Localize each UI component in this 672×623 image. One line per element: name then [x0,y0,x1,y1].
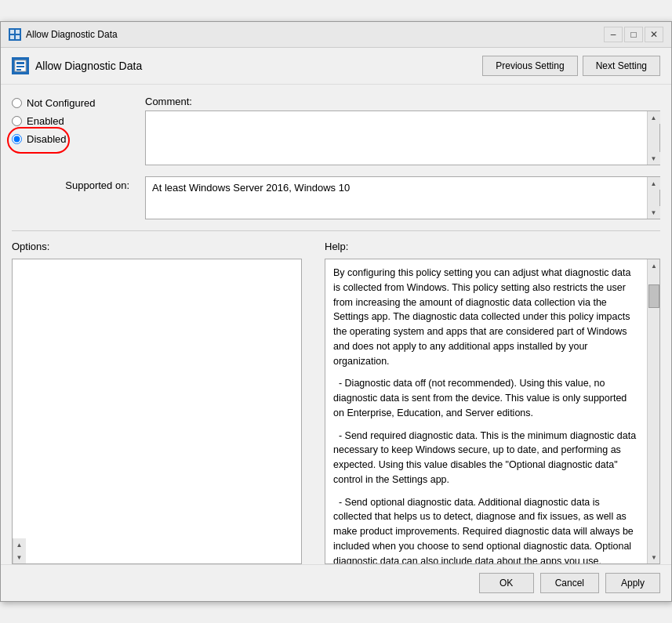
supported-scroll-down[interactable]: ▼ [648,206,660,219]
comment-textarea[interactable] [146,111,647,165]
enabled-label: Enabled [27,115,64,127]
help-text: By configuring this policy setting you c… [325,259,647,563]
header-policy-icon [12,57,29,74]
ok-button[interactable]: OK [479,573,534,593]
comment-scrollbar[interactable]: ▲ ▼ [647,111,659,165]
apply-button[interactable]: Apply [605,573,660,593]
svg-rect-6 [16,66,24,67]
disabled-label: Disabled [27,133,67,145]
svg-rect-0 [10,30,14,34]
top-section: Not Configured Enabled Disabled Comment: [12,96,660,165]
help-scroll-down[interactable]: ▼ [648,551,660,563]
supported-scrollbar[interactable]: ▲ ▼ [647,177,659,219]
enabled-option[interactable]: Enabled [12,115,137,127]
svg-rect-1 [16,30,20,34]
help-scrollbar[interactable]: ▲ ▼ [647,259,659,563]
svg-rect-2 [10,35,14,39]
supported-scroll-track [648,190,659,206]
disabled-option[interactable]: Disabled [12,133,137,145]
not-configured-option[interactable]: Not Configured [12,97,137,109]
comment-box: ▲ ▼ [145,110,660,165]
content-area: Not Configured Enabled Disabled Comment: [1,85,671,564]
supported-section: Supported on: At least Windows Server 20… [12,176,660,219]
window-title: Allow Diagnostic Data [26,29,118,40]
help-panel: Help: By configuring this policy setting… [321,241,660,564]
options-scrollbar[interactable]: ▲ ▼ [13,538,25,563]
main-window: Allow Diagnostic Data – □ ✕ Allow Diagno… [0,21,672,602]
options-title: Options: [12,241,311,252]
help-title: Help: [325,241,660,252]
comment-scroll-track [648,124,659,152]
supported-box: At least Windows Server 2016, Windows 10… [145,176,660,219]
help-scroll-track [648,309,659,551]
options-panel: Options: ▲ ▼ [12,241,321,564]
close-button[interactable]: ✕ [645,27,663,42]
comment-scroll-up[interactable]: ▲ [648,111,660,124]
comment-section: Comment: ▲ ▼ [145,96,660,165]
header-bar: Allow Diagnostic Data Previous Setting N… [1,48,671,85]
window-controls: – □ ✕ [604,27,663,42]
title-bar-left: Allow Diagnostic Data [9,28,118,41]
svg-rect-7 [16,69,21,71]
options-box: ▲ ▼ [12,259,302,564]
not-configured-label: Not Configured [27,97,95,109]
not-configured-radio[interactable] [12,98,22,108]
header-buttons: Previous Setting Next Setting [482,56,660,76]
enabled-radio[interactable] [12,116,22,126]
title-bar: Allow Diagnostic Data – □ ✕ [1,22,671,48]
previous-setting-button[interactable]: Previous Setting [482,56,577,76]
footer: OK Cancel Apply [1,564,671,601]
help-box: By configuring this policy setting you c… [325,259,660,564]
help-scroll-up[interactable]: ▲ [648,259,660,272]
comment-scroll-down[interactable]: ▼ [648,152,660,165]
minimize-button[interactable]: – [604,27,623,42]
svg-rect-5 [16,62,24,64]
help-scroll-thumb[interactable] [648,284,659,308]
supported-label: Supported on: [12,176,137,219]
svg-rect-3 [16,35,20,39]
disabled-radio[interactable] [12,134,22,144]
supported-scroll-up[interactable]: ▲ [648,177,660,190]
options-inner [13,259,301,538]
options-scroll-down[interactable]: ▼ [13,551,26,563]
lower-section: Options: ▲ ▼ Help: By configuring this p… [12,230,660,564]
radio-group: Not Configured Enabled Disabled [12,96,137,165]
header-left: Allow Diagnostic Data [12,57,142,74]
comment-label: Comment: [145,96,660,107]
cancel-button[interactable]: Cancel [540,573,599,593]
next-setting-button[interactable]: Next Setting [583,56,660,76]
options-scroll-up[interactable]: ▲ [13,538,26,551]
header-title: Allow Diagnostic Data [35,60,142,72]
maximize-button[interactable]: □ [624,27,643,42]
window-icon [9,28,21,41]
supported-text: At least Windows Server 2016, Windows 10 [146,177,647,219]
